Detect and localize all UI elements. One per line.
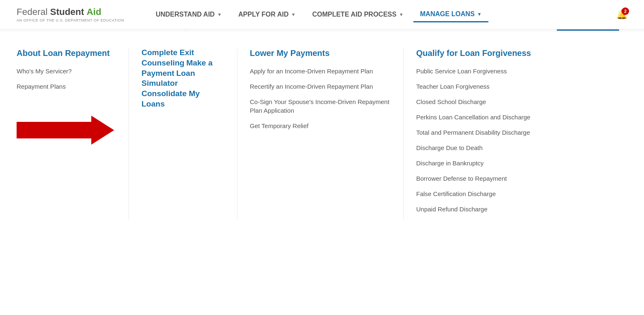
menu-col-lower-payments: Lower My Payments Apply for an Income-Dr…	[242, 48, 399, 220]
link-teacher-forgiveness[interactable]: Teacher Loan Forgiveness	[416, 82, 532, 91]
menu-col-forgiveness: Qualify for Loan Forgiveness Public Serv…	[408, 48, 541, 220]
link-apply-idr[interactable]: Apply for an Income-Driven Repayment Pla…	[250, 67, 391, 75]
link-borrower-defense[interactable]: Borrower Defense to Repayment	[416, 174, 532, 183]
arrow-shaft	[17, 122, 91, 138]
header: Federal Student Aid An Office of the U.S…	[0, 0, 644, 29]
link-discharge-bankruptcy[interactable]: Discharge in Bankruptcy	[416, 159, 532, 167]
link-discharge-death[interactable]: Discharge Due to Death	[416, 143, 532, 152]
link-recertify-idr[interactable]: Recertify an Income-Driven Repayment Pla…	[250, 82, 391, 91]
link-false-certification[interactable]: False Certification Discharge	[416, 189, 532, 198]
logo-subtitle: An Office of the U.S. Department of Educ…	[17, 18, 124, 22]
chevron-down-icon: ▼	[399, 12, 403, 17]
link-perkins[interactable]: Perkins Loan Cancellation and Discharge	[416, 113, 532, 121]
logo-federal: Federal	[17, 7, 48, 17]
chevron-down-icon: ▼	[291, 12, 296, 17]
col-divider	[129, 48, 129, 220]
chevron-down-icon: ▼	[477, 12, 482, 17]
notification-badge: 2	[622, 7, 629, 15]
chevron-down-icon: ▼	[217, 12, 222, 17]
link-closed-school[interactable]: Closed School Discharge	[416, 97, 532, 106]
nav-understand-aid[interactable]: UNDERSTAND AID ▼	[149, 7, 228, 22]
link-temporary-relief[interactable]: Get Temporary Relief	[250, 121, 391, 130]
link-repayment-plans[interactable]: Repayment Plans	[17, 82, 116, 91]
col4-title: Qualify for Loan Forgiveness	[416, 48, 532, 58]
menu-col-repayment: About Loan Repayment Who's My Servicer? …	[17, 48, 124, 220]
link-consolidate-loans[interactable]: Consolidate My Loans	[141, 89, 200, 108]
link-whos-my-servicer[interactable]: Who's My Servicer?	[17, 67, 116, 75]
logo-text: Federal Student Aid	[17, 7, 124, 17]
arrow-head	[91, 116, 114, 145]
dropdown-menu: About Loan Repayment Who's My Servicer? …	[0, 31, 644, 245]
link-unpaid-refund[interactable]: Unpaid Refund Discharge	[416, 205, 532, 213]
logo-aid: Aid	[87, 7, 101, 17]
red-arrow	[17, 116, 116, 145]
logo-student: Student	[50, 7, 84, 17]
link-pslf[interactable]: Public Service Loan Forgiveness	[416, 67, 532, 75]
col-divider-2	[237, 48, 237, 220]
col-divider-3	[403, 48, 404, 220]
nav-complete-aid-process[interactable]: COMPLETE AID PROCESS ▼	[305, 7, 410, 22]
menu-col-actions: Complete Exit Counseling Make a Payment …	[133, 48, 233, 220]
notification-button[interactable]: 🔔 2	[616, 9, 627, 20]
link-total-disability[interactable]: Total and Permanent Disability Discharge	[416, 128, 532, 137]
main-nav: UNDERSTAND AID ▼ APPLY FOR AID ▼ COMPLET…	[149, 7, 616, 22]
logo: Federal Student Aid An Office of the U.S…	[17, 7, 124, 22]
col3-title: Lower My Payments	[250, 48, 391, 58]
link-cosign-idr[interactable]: Co-Sign Your Spouse's Income-Driven Repa…	[250, 97, 391, 115]
nav-apply-for-aid[interactable]: APPLY FOR AID ▼	[232, 7, 302, 22]
col1-title: About Loan Repayment	[17, 48, 116, 58]
nav-manage-loans[interactable]: MANAGE LOANS ▼	[413, 7, 488, 22]
